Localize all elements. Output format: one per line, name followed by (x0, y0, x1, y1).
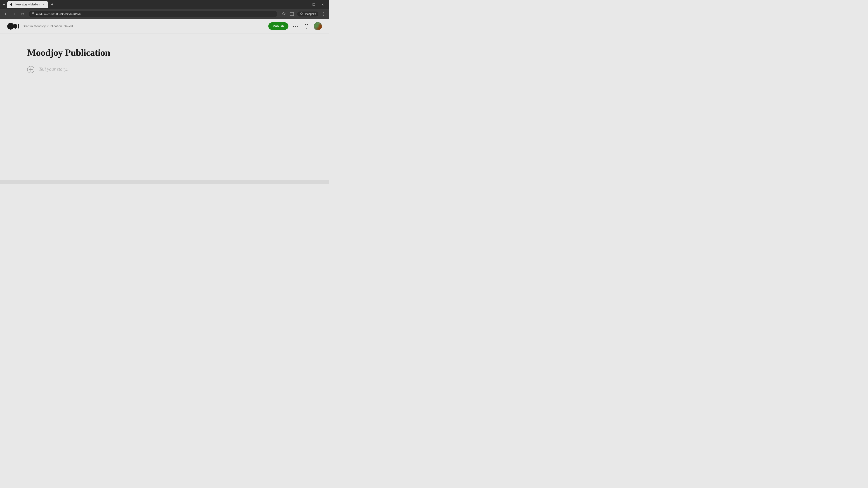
tab-close-button[interactable]: ✕ (42, 3, 45, 6)
nav-bar: medium.com/p/0593dd3ddee0/edit (0, 9, 329, 19)
forward-button[interactable] (11, 11, 17, 17)
maximize-button[interactable]: ❐ (311, 2, 316, 7)
svg-point-12 (7, 23, 14, 30)
back-button[interactable] (3, 11, 9, 17)
minimize-button[interactable]: — (302, 2, 307, 7)
svg-point-10 (323, 14, 324, 14)
draft-label: Draft in Moodjoy Publication (23, 24, 62, 28)
user-avatar[interactable] (314, 22, 322, 30)
tab-bar: New story – Medium ✕ + — ❐ ✕ (0, 0, 329, 9)
svg-point-15 (293, 26, 294, 27)
publish-button[interactable]: Publish (268, 22, 288, 30)
lock-icon (32, 12, 34, 16)
avatar-image (314, 22, 322, 30)
bookmark-star-icon[interactable] (281, 11, 286, 17)
svg-rect-1 (290, 12, 293, 15)
tab-favicon-circles (10, 3, 13, 6)
medium-logo[interactable] (7, 23, 19, 30)
draft-info: Draft in Moodjoy Publication Saved (23, 24, 73, 28)
favicon-circle-small (12, 4, 13, 5)
svg-point-6 (300, 14, 301, 15)
add-content-button[interactable] (27, 66, 34, 73)
more-options-button[interactable] (292, 23, 299, 30)
svg-point-16 (295, 26, 296, 27)
close-button[interactable]: ✕ (320, 2, 326, 7)
tab-title: New story – Medium (16, 3, 40, 6)
incognito-badge[interactable]: Incognito (297, 11, 318, 17)
svg-point-7 (302, 14, 303, 15)
story-title[interactable]: Moodjoy Publication (27, 47, 302, 58)
svg-rect-14 (18, 24, 19, 29)
page-content: Draft in Moodjoy Publication Saved Publi… (0, 19, 329, 184)
new-tab-button[interactable]: + (49, 1, 55, 8)
svg-rect-4 (300, 13, 301, 14)
svg-rect-0 (32, 13, 34, 15)
address-bar[interactable]: medium.com/p/0593dd3ddee0/edit (29, 11, 277, 18)
medium-header: Draft in Moodjoy Publication Saved Publi… (0, 19, 329, 33)
svg-point-9 (323, 12, 324, 13)
reload-button[interactable] (19, 11, 25, 17)
incognito-label: Incognito (305, 12, 316, 15)
header-right: Publish (268, 22, 322, 30)
notifications-bell-icon[interactable] (303, 23, 310, 30)
tab-dropdown-button[interactable] (2, 2, 6, 7)
saved-label: Saved (64, 24, 73, 28)
nav-right-icons: Incognito (281, 11, 327, 17)
window-controls: — ❐ ✕ (302, 2, 327, 7)
editor-area[interactable]: Moodjoy Publication Tell your story... (0, 33, 329, 184)
story-body-area: Tell your story... (27, 66, 302, 73)
svg-point-13 (14, 24, 17, 29)
bottom-bar (0, 180, 329, 184)
url-text: medium.com/p/0593dd3ddee0/edit (36, 12, 275, 16)
svg-point-11 (323, 15, 324, 16)
active-tab[interactable]: New story – Medium ✕ (7, 1, 48, 8)
browser-chrome: New story – Medium ✕ + — ❐ ✕ (0, 0, 329, 19)
sidebar-icon[interactable] (289, 11, 294, 17)
chrome-menu-button[interactable] (321, 11, 327, 17)
svg-rect-5 (302, 13, 303, 14)
story-placeholder[interactable]: Tell your story... (39, 66, 70, 72)
tab-favicon (10, 3, 13, 6)
svg-point-17 (297, 26, 298, 27)
